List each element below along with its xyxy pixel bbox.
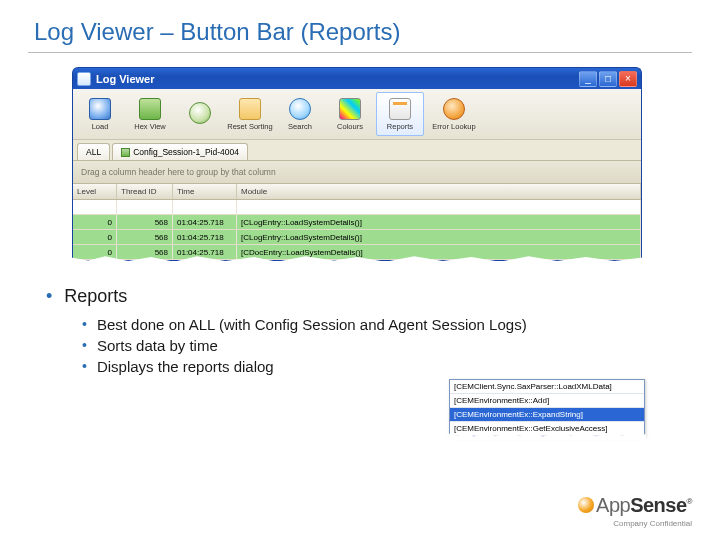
bullet-dot: • xyxy=(82,316,87,333)
clock-icon xyxy=(189,102,211,124)
reset-icon xyxy=(239,98,261,120)
window-titlebar: Log Viewer _ □ × xyxy=(72,67,642,89)
bullet-dot: • xyxy=(46,286,52,308)
slide-footer: AppSense® Company Confidential xyxy=(578,494,692,528)
search-button[interactable]: Search xyxy=(276,92,324,136)
colours-button[interactable]: Colours xyxy=(326,92,374,136)
screenshot-logviewer: Log Viewer _ □ × Load Hex View Reset Sor… xyxy=(72,67,642,261)
cell-time: 01:04:25.718 xyxy=(173,230,237,244)
grid-header: Level Thread ID Time Module xyxy=(73,184,641,200)
bullet-level2: • Displays the reports dialog xyxy=(82,358,680,375)
load-icon xyxy=(89,98,111,120)
cell-module: [CLogEntry::LoadSystemDetails()] xyxy=(237,215,641,229)
bullet-l1-text: Reports xyxy=(64,286,127,308)
dropdown-item-selected[interactable]: [CEMEnvironmentEx::ExpandString] xyxy=(450,408,644,422)
col-module[interactable]: Module xyxy=(237,184,641,199)
time-button[interactable] xyxy=(176,92,224,136)
col-level[interactable]: Level xyxy=(73,184,117,199)
cell-level: 0 xyxy=(73,215,117,229)
col-time[interactable]: Time xyxy=(173,184,237,199)
cell-time: 01:04:25.718 xyxy=(173,245,237,259)
slide-title: Log Viewer – Button Bar (Reports) xyxy=(0,0,720,52)
load-label: Load xyxy=(92,122,109,131)
cell-threadid: 568 xyxy=(117,230,173,244)
dropdown-item[interactable]: [CEMClient.Sync.SaxParser::LoadXMLData] xyxy=(450,380,644,394)
hex-icon xyxy=(139,98,161,120)
load-button[interactable]: Load xyxy=(76,92,124,136)
cell-level xyxy=(73,200,117,214)
resetsorting-button[interactable]: Reset Sorting xyxy=(226,92,274,136)
search-icon xyxy=(289,98,311,120)
cell-threadid: 568 xyxy=(117,215,173,229)
resetsorting-label: Reset Sorting xyxy=(227,122,272,131)
confidential-label: Company Confidential xyxy=(578,519,692,528)
bullet-level1: • Reports xyxy=(46,286,680,308)
errorlookup-label: Error Lookup xyxy=(432,122,475,131)
colours-label: Colours xyxy=(337,122,363,131)
bullet-level2: • Sorts data by time xyxy=(82,337,680,354)
cell-threadid: 568 xyxy=(117,245,173,259)
bullet-dot: • xyxy=(82,337,87,354)
cell-level: 0 xyxy=(73,245,117,259)
hexview-button[interactable]: Hex View xyxy=(126,92,174,136)
tab-config-session-label: Config_Session-1_Pid-4004 xyxy=(133,147,239,157)
bullet-l2-text: Displays the reports dialog xyxy=(97,358,274,375)
brand-logo: AppSense® xyxy=(578,494,692,517)
hexview-label: Hex View xyxy=(134,122,166,131)
minimize-button[interactable]: _ xyxy=(579,71,597,87)
tab-all[interactable]: ALL xyxy=(77,143,110,160)
brand-dot-icon xyxy=(578,497,594,513)
brand-part2: Sense xyxy=(630,494,686,516)
colours-icon xyxy=(339,98,361,120)
bullet-level2: • Best done on ALL (with Config Session … xyxy=(82,316,680,333)
window-body: Load Hex View Reset Sorting Search Colou… xyxy=(72,89,642,261)
bullet-l2-text: Best done on ALL (with Config Session an… xyxy=(97,316,527,333)
col-threadid[interactable]: Thread ID xyxy=(117,184,173,199)
cell-module: [CLogEntry::LoadSystemDetails()] xyxy=(237,230,641,244)
group-by-bar[interactable]: Drag a column header here to group by th… xyxy=(73,161,641,184)
grid-row[interactable] xyxy=(73,200,641,215)
cell-module xyxy=(237,200,641,214)
cell-threadid xyxy=(117,200,173,214)
log-grid: Level Thread ID Time Module 0 568 01:04:… xyxy=(73,184,641,260)
bullet-dot: • xyxy=(82,358,87,375)
reports-icon xyxy=(389,98,411,120)
grid-row[interactable]: 0 568 01:04:25.718 [CLogEntry::LoadSyste… xyxy=(73,230,641,245)
close-button[interactable]: × xyxy=(619,71,637,87)
dropdown-item[interactable]: [CEMEnvironmentEx::Add] xyxy=(450,394,644,408)
tab-strip: ALL Config_Session-1_Pid-4004 xyxy=(73,140,641,161)
brand-part1: App xyxy=(596,494,630,516)
errorlookup-button[interactable]: Error Lookup xyxy=(426,92,482,136)
brand-tm: ® xyxy=(687,497,692,506)
cell-module: [CDocEntry::LoadSystemDetails()] xyxy=(237,245,641,259)
error-icon xyxy=(443,98,465,120)
search-label: Search xyxy=(288,122,312,131)
toolbar: Load Hex View Reset Sorting Search Colou… xyxy=(73,89,641,140)
reports-button[interactable]: Reports xyxy=(376,92,424,136)
window-title: Log Viewer xyxy=(96,73,154,85)
cell-time: 01:04:25.718 xyxy=(173,215,237,229)
maximize-button[interactable]: □ xyxy=(599,71,617,87)
cell-level: 0 xyxy=(73,230,117,244)
app-icon xyxy=(77,72,91,86)
module-dropdown-list: [CEMClient.Sync.SaxParser::LoadXMLData] … xyxy=(449,379,645,437)
cell-time xyxy=(173,200,237,214)
tab-config-session[interactable]: Config_Session-1_Pid-4004 xyxy=(112,143,248,160)
bullet-l2-text: Sorts data by time xyxy=(97,337,218,354)
session-tab-icon xyxy=(121,148,130,157)
title-underline xyxy=(28,52,692,53)
grid-row[interactable]: 0 568 01:04:25.718 [CLogEntry::LoadSyste… xyxy=(73,215,641,230)
slide-content: • Reports • Best done on ALL (with Confi… xyxy=(46,286,680,379)
reports-label: Reports xyxy=(387,122,413,131)
